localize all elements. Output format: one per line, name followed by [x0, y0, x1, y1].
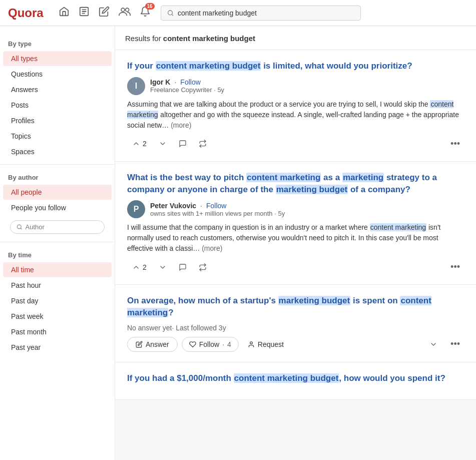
more-options-btn-1[interactable]: ••• [446, 137, 464, 151]
share-btn-1[interactable] [194, 137, 212, 151]
result-card-1: If your content marketing budget is limi… [115, 50, 476, 162]
search-bar[interactable] [161, 6, 361, 21]
sidebar: By type All types Questions Answers Post… [0, 26, 115, 460]
header: Quora 16 [0, 0, 476, 26]
content-area: Results for content marketing budget If … [115, 26, 476, 460]
no-answer-3: No answer yet· Last followed 3y [127, 324, 464, 332]
result-title-2[interactable]: What is the best way to pitch content ma… [127, 172, 464, 196]
author-meta-1: Freelance Copywriter · 5y [150, 86, 224, 94]
upvote-icon-1 [132, 140, 140, 148]
avatar-2: P [127, 200, 145, 218]
author-meta-2: owns sites with 1+ million views per mon… [150, 210, 285, 217]
result-card-4: If you had a $1,000/month content market… [115, 362, 476, 400]
request-btn-3[interactable]: Request [243, 337, 289, 351]
author-row-1: I Igor K · Follow Freelance Copywriter ·… [127, 77, 464, 95]
share-btn-2[interactable] [194, 260, 212, 274]
avatar-1: I [127, 77, 145, 95]
results-header: Results for content marketing budget [115, 26, 476, 50]
divider-1 [0, 164, 115, 165]
follow-count-3: 4 [227, 340, 231, 348]
author-name-1[interactable]: Igor K [150, 78, 170, 86]
sidebar-item-past-year[interactable]: Past year [3, 340, 112, 355]
author-search-icon [17, 224, 23, 230]
downvote-icon-2 [159, 263, 167, 271]
share-icon-2 [199, 263, 207, 271]
downvote-icon-3 [429, 340, 437, 348]
share-icon-1 [199, 140, 207, 148]
author-search-container[interactable] [10, 220, 105, 234]
sidebar-item-past-month[interactable]: Past month [3, 324, 112, 339]
search-icon [167, 10, 174, 17]
downvote-icon-1 [159, 140, 167, 148]
sidebar-item-all-time[interactable]: All time [3, 262, 112, 277]
sidebar-item-spaces[interactable]: Spaces [3, 144, 112, 159]
sidebar-item-all-people[interactable]: All people [3, 185, 112, 200]
sidebar-item-topics[interactable]: Topics [3, 129, 112, 144]
follow-link-2[interactable]: Follow [206, 202, 226, 210]
upvote-btn-2[interactable]: 2 [127, 260, 152, 274]
result-title-1[interactable]: If your content marketing budget is limi… [127, 60, 464, 72]
author-row-2: P Peter Vukovic · Follow owns sites with… [127, 200, 464, 218]
upvote-btn-1[interactable]: 2 [127, 137, 152, 151]
excerpt-2: I will assume that the company in questi… [127, 222, 464, 254]
comment-btn-1[interactable] [174, 137, 192, 151]
more-options-btn-2[interactable]: ••• [446, 260, 464, 274]
author-input-wrap [4, 217, 111, 237]
by-author-label: By author [0, 170, 115, 184]
more-link-1[interactable]: (more) [171, 121, 191, 129]
upvote-count-1: 2 [143, 140, 147, 148]
follow-btn-3[interactable]: Follow · 4 [182, 337, 239, 352]
results-query: content marketing budget [163, 34, 255, 43]
svg-point-4 [121, 8, 125, 12]
sidebar-item-past-hour[interactable]: Past hour [3, 278, 112, 293]
sidebar-item-posts[interactable]: Posts [3, 98, 112, 113]
author-name-2[interactable]: Peter Vukovic [150, 202, 196, 210]
author-input[interactable] [26, 223, 98, 231]
sidebar-item-past-day[interactable]: Past day [3, 293, 112, 308]
answer-icon-3 [136, 341, 143, 348]
answer-btn-3[interactable]: Answer [127, 337, 178, 352]
home-icon[interactable] [59, 6, 70, 20]
comment-btn-2[interactable] [174, 260, 192, 274]
action-bar-1: 2 ••• [127, 137, 464, 151]
sidebar-item-all-types[interactable]: All types [3, 51, 112, 66]
request-icon-3 [248, 341, 255, 348]
sidebar-item-profiles[interactable]: Profiles [3, 113, 112, 128]
sidebar-item-past-week[interactable]: Past week [3, 309, 112, 324]
upvote-icon-2 [132, 263, 140, 271]
by-time-label: By time [0, 247, 115, 262]
sidebar-item-questions[interactable]: Questions [3, 67, 112, 82]
comment-icon-2 [179, 263, 187, 271]
result-card-2: What is the best way to pitch content ma… [115, 162, 476, 285]
main-layout: By type All types Questions Answers Post… [0, 26, 476, 460]
results-prefix: Results for [125, 34, 163, 43]
divider-2 [0, 242, 115, 242]
notification-badge: 16 [145, 3, 155, 10]
svg-line-9 [21, 228, 22, 229]
edit-icon[interactable] [99, 6, 110, 20]
more-options-btn-3[interactable]: ••• [446, 337, 464, 351]
follow-link-1[interactable]: Follow [180, 78, 200, 86]
search-input[interactable] [178, 9, 354, 17]
downvote-btn-3[interactable] [424, 337, 442, 351]
downvote-btn-1[interactable] [154, 137, 172, 151]
more-link-2[interactable]: (more) [202, 244, 222, 252]
result-title-3[interactable]: On average, how much of a startup's mark… [127, 295, 464, 319]
nav-icons: 16 [59, 6, 151, 20]
sidebar-item-answers[interactable]: Answers [3, 82, 112, 97]
author-info-1: Igor K · Follow Freelance Copywriter · 5… [150, 78, 224, 94]
downvote-btn-2[interactable] [154, 260, 172, 274]
follow-icon-3 [189, 341, 196, 348]
list-icon[interactable] [79, 6, 90, 20]
svg-line-7 [172, 14, 173, 15]
people-icon[interactable] [119, 6, 131, 20]
quora-logo[interactable]: Quora [8, 6, 44, 20]
author-info-2: Peter Vukovic · Follow owns sites with 1… [150, 202, 285, 217]
result-card-3: On average, how much of a startup's mark… [115, 285, 476, 362]
sidebar-item-people-you-follow[interactable]: People you follow [3, 200, 112, 215]
result-title-4[interactable]: If you had a $1,000/month content market… [127, 372, 464, 384]
notification-icon[interactable]: 16 [140, 6, 151, 20]
no-answer-actions-3: Answer Follow · 4 Request ••• [127, 337, 464, 352]
action-bar-2: 2 ••• [127, 260, 464, 274]
comment-icon-1 [179, 140, 187, 148]
